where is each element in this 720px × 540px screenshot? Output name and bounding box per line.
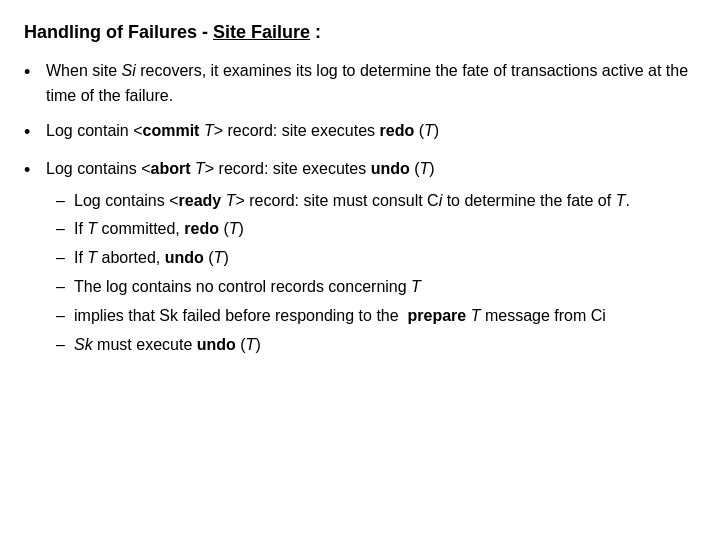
list-item: – The log contains no control records co… <box>56 275 696 300</box>
dash-icon: – <box>56 217 74 242</box>
title-underline: Site Failure <box>213 22 310 42</box>
bullet-icon: • <box>24 119 46 147</box>
title-colon: : <box>310 22 321 42</box>
list-item: • Log contain <commit T> record: site ex… <box>24 119 696 147</box>
list-item: – If T committed, redo (T) <box>56 217 696 242</box>
bullet2-content: Log contain <commit T> record: site exec… <box>46 119 696 144</box>
main-list: • When site Si recovers, it examines its… <box>24 59 696 361</box>
dash-icon: – <box>56 246 74 271</box>
list-item: • When site Si recovers, it examines its… <box>24 59 696 109</box>
sub5-content: implies that Sk failed before responding… <box>74 304 696 329</box>
list-item: – Sk must execute undo (T) <box>56 333 696 358</box>
page-container: Handling of Failures - Site Failure : • … <box>24 20 696 361</box>
dash-icon: – <box>56 333 74 358</box>
dash-icon: – <box>56 304 74 329</box>
list-item: • Log contains <abort T> record: site ex… <box>24 157 696 362</box>
sub1-content: Log contains <ready T> record: site must… <box>74 189 696 214</box>
list-item: – If T aborted, undo (T) <box>56 246 696 271</box>
bullet-icon: • <box>24 59 46 87</box>
sub-list: – Log contains <ready T> record: site mu… <box>46 189 696 362</box>
sub2-content: If T committed, redo (T) <box>74 217 696 242</box>
dash-icon: – <box>56 275 74 300</box>
sub3-content: If T aborted, undo (T) <box>74 246 696 271</box>
bullet3-content: Log contains <abort T> record: site exec… <box>46 157 696 182</box>
dash-icon: – <box>56 189 74 214</box>
sub4-content: The log contains no control records conc… <box>74 275 696 300</box>
title-main: Handling of Failures - <box>24 22 213 42</box>
bullet1-content: When site Si recovers, it examines its l… <box>46 59 696 109</box>
list-item: – Log contains <ready T> record: site mu… <box>56 189 696 214</box>
page-title: Handling of Failures - Site Failure : <box>24 20 696 45</box>
sub6-content: Sk must execute undo (T) <box>74 333 696 358</box>
bullet-icon: • <box>24 157 46 185</box>
list-item: – implies that Sk failed before respondi… <box>56 304 696 329</box>
